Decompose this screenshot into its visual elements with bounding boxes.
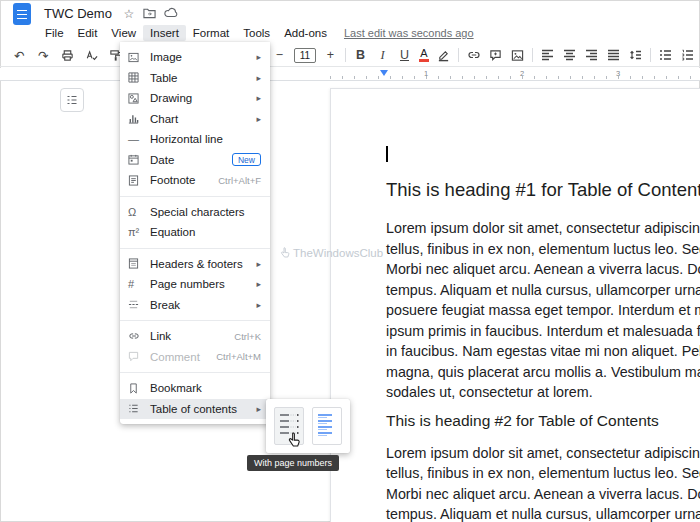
highlight-color-icon[interactable] [436, 47, 451, 63]
line-spacing-icon[interactable] [628, 47, 643, 63]
menu-edit[interactable]: Edit [71, 25, 105, 41]
tooltip: With page numbers [247, 455, 339, 471]
insert-image-icon[interactable] [510, 47, 525, 63]
page-break-icon [128, 299, 150, 310]
menu-item-headers-footers[interactable]: Headers & footers ▸ [120, 254, 270, 275]
toc-option-with-blue-links[interactable] [312, 407, 342, 445]
paragraph-2[interactable]: Lorem ipsum dolor sit amet, consectetur … [386, 443, 700, 522]
bookmark-icon [128, 383, 150, 394]
undo-icon[interactable]: ↶ [12, 47, 27, 63]
menu-view[interactable]: View [104, 25, 143, 41]
move-folder-icon[interactable] [143, 7, 157, 21]
redo-icon[interactable]: ↷ [36, 47, 51, 63]
page-content: This is heading #1 for Table of Contents… [331, 89, 700, 522]
menu-item-break[interactable]: Break ▸ [120, 295, 270, 316]
horizontal-line-icon: — [128, 133, 150, 145]
font-size-input[interactable]: 11 [294, 48, 316, 63]
menu-divider [120, 320, 270, 321]
menu-item-comment: Comment Ctrl+Alt+M [120, 347, 270, 368]
menu-item-label: Equation [150, 226, 261, 238]
menu-shortcut: Ctrl+Alt+M [216, 351, 261, 362]
toc-with-numbers-icon [278, 411, 300, 441]
star-icon[interactable]: ☆ [122, 7, 136, 21]
menu-item-label: Page numbers [150, 278, 252, 290]
menu-item-bookmark[interactable]: Bookmark [120, 378, 270, 399]
google-docs-logo[interactable] [13, 3, 31, 25]
ruler[interactable]: 1 2 3 [0, 68, 700, 81]
submenu-arrow-icon: ▸ [256, 300, 261, 310]
menu-item-equation[interactable]: π² Equation [120, 222, 270, 243]
document-outline-button[interactable] [60, 88, 84, 112]
toc-option-with-page-numbers[interactable] [274, 407, 304, 445]
menu-item-chart[interactable]: Chart ▸ [120, 109, 270, 130]
chart-icon [128, 113, 150, 124]
insert-link-icon[interactable] [466, 47, 481, 63]
menu-item-image[interactable]: Image ▸ [120, 47, 270, 68]
ruler-number: 2 [520, 69, 524, 78]
italic-icon[interactable]: I [375, 47, 390, 63]
menu-item-page-numbers[interactable]: # Page numbers ▸ [120, 274, 270, 295]
menu-insert[interactable]: Insert [143, 25, 186, 41]
menu-item-drawing[interactable]: Drawing ▸ [120, 88, 270, 109]
paragraph-1[interactable]: Lorem ipsum dolor sit amet, consectetur … [386, 218, 700, 403]
numbered-list-icon[interactable] [680, 47, 695, 63]
align-left-icon[interactable] [540, 47, 555, 63]
menu-item-footnote[interactable]: Footnote Ctrl+Alt+F [120, 170, 270, 191]
menu-item-link[interactable]: Link Ctrl+K [120, 326, 270, 347]
bold-icon[interactable]: B [353, 47, 368, 63]
menu-item-label: Special characters [150, 206, 261, 218]
menu-item-label: Table of contents [150, 403, 252, 415]
titlebar: TWC Demo ☆ [0, 0, 700, 26]
menu-item-table-of-contents[interactable]: Table of contents ▸ [120, 399, 270, 420]
menu-tools[interactable]: Tools [236, 25, 277, 41]
google-docs-window: TWC Demo ☆ File Edit View Insert Format … [0, 0, 700, 522]
ruler-number: 3 [616, 69, 620, 78]
spellcheck-icon[interactable] [84, 47, 99, 63]
bulleted-list-icon[interactable] [658, 47, 673, 63]
menu-divider [120, 248, 270, 249]
drawing-icon [128, 93, 150, 104]
heading-2[interactable]: This is heading #2 for Table of Contents [386, 412, 700, 430]
menu-item-date[interactable]: Date New [120, 150, 270, 171]
menu-file[interactable]: File [38, 25, 71, 41]
menu-item-table[interactable]: Table ▸ [120, 68, 270, 89]
menu-item-label: Headers & footers [150, 258, 252, 270]
empty-first-line[interactable] [386, 144, 700, 166]
menu-item-label: Date [150, 154, 232, 166]
equation-icon: π² [128, 226, 150, 238]
menu-item-label: Table [150, 72, 252, 84]
footnote-icon [128, 175, 150, 186]
cloud-status-icon[interactable] [164, 7, 178, 21]
toc-submenu [266, 399, 350, 453]
menu-item-label: Break [150, 299, 252, 311]
menu-item-label: Footnote [150, 174, 214, 186]
heading-1[interactable]: This is heading #1 for Table of Contents [386, 179, 700, 201]
menu-item-horizontal-line[interactable]: — Horizontal line [120, 129, 270, 150]
submenu-arrow-icon: ▸ [256, 114, 261, 124]
document-title[interactable]: TWC Demo [44, 6, 112, 21]
increase-font-size-button[interactable]: + [323, 47, 338, 63]
menu-format[interactable]: Format [186, 25, 236, 41]
text-color-icon[interactable]: A [419, 48, 429, 62]
menu-addons[interactable]: Add-ons [277, 25, 334, 41]
decrease-font-size-button[interactable]: − [272, 47, 287, 63]
link-icon [128, 331, 150, 341]
toc-blue-links-icon [316, 411, 338, 441]
document-page[interactable]: This is heading #1 for Table of Contents… [330, 88, 700, 522]
menu-shortcut: Ctrl+K [234, 331, 261, 342]
menu-item-label: Chart [150, 113, 252, 125]
toolbar: ↶ ↷ − 11 + B I U A [0, 44, 700, 67]
align-justify-icon[interactable] [606, 47, 621, 63]
submenu-arrow-icon: ▸ [256, 279, 261, 289]
indent-marker-icon[interactable] [380, 70, 388, 76]
menu-item-special-characters[interactable]: Ω Special characters [120, 202, 270, 223]
last-edit-link[interactable]: Last edit was seconds ago [344, 27, 474, 39]
align-center-icon[interactable] [562, 47, 577, 63]
add-comment-icon[interactable] [488, 47, 503, 63]
toolbar-separator [532, 48, 533, 62]
align-right-icon[interactable] [584, 47, 599, 63]
print-icon[interactable] [60, 47, 75, 63]
image-icon [128, 52, 150, 63]
menu-item-label: Comment [150, 351, 212, 363]
underline-icon[interactable]: U [397, 47, 412, 63]
